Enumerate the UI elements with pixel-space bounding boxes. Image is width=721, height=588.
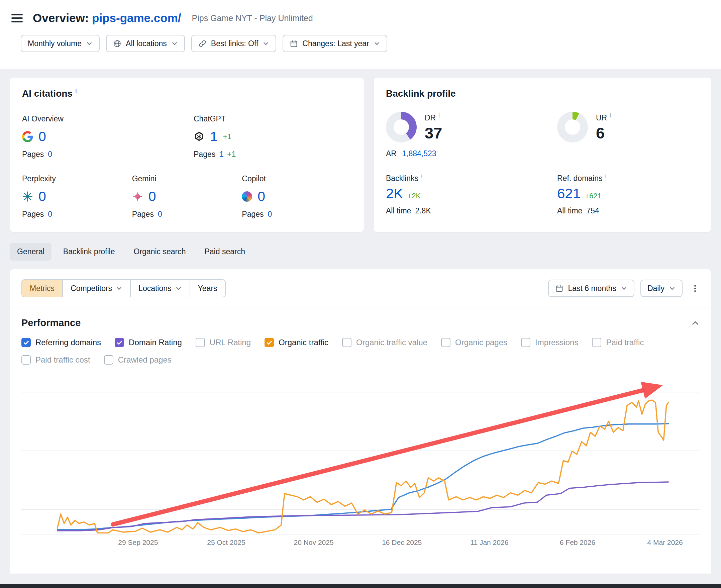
- tab-backlink-profile[interactable]: Backlink profile: [56, 243, 122, 260]
- segment-metrics[interactable]: Metrics: [21, 279, 63, 297]
- bottom-edge: [0, 584, 721, 588]
- segment-label: Metrics: [30, 284, 55, 293]
- pages-value[interactable]: 1: [219, 150, 224, 159]
- info-icon: [610, 112, 611, 119]
- filter-changes-last-year[interactable]: Changes: Last year: [282, 35, 387, 52]
- granularity-button[interactable]: Daily: [640, 280, 682, 297]
- checkbox-label: Crawled pages: [118, 355, 172, 364]
- general-panel: MetricsCompetitorsLocationsYears Last 6 …: [10, 269, 711, 574]
- checkbox-unchecked-icon: [196, 338, 205, 347]
- granularity-label: Daily: [648, 284, 664, 293]
- checkbox-label: Organic traffic: [279, 338, 328, 347]
- chevron-down-icon: [621, 285, 628, 292]
- date-range-label: Last 6 months: [568, 284, 616, 293]
- page-subtitle: Pips Game NYT - Play Unlimited: [192, 13, 313, 23]
- menu-icon[interactable]: [12, 14, 23, 22]
- checkbox-unchecked-icon: [441, 338, 450, 347]
- filter-monthly-volume[interactable]: Monthly volume: [21, 35, 100, 52]
- checkbox-organic-traffic[interactable]: Organic traffic: [264, 338, 328, 347]
- tab-general[interactable]: General: [10, 243, 51, 260]
- ai-citations-value[interactable]: 1: [210, 129, 218, 145]
- checkbox-label: URL Rating: [210, 338, 251, 347]
- segment-years[interactable]: Years: [190, 279, 226, 297]
- filter-label: Best links: Off: [211, 39, 258, 48]
- ai-source-name: Perplexity: [22, 174, 132, 183]
- ahrefs-rank-link[interactable]: 1,884,523: [402, 149, 436, 158]
- filter-all-locations[interactable]: All locations: [106, 35, 185, 52]
- kebab-menu-icon[interactable]: [691, 284, 700, 293]
- checkbox-url-rating[interactable]: URL Rating: [196, 338, 251, 347]
- checkbox-organic-pages[interactable]: Organic pages: [441, 338, 507, 347]
- filter-label: Changes: Last year: [302, 39, 369, 48]
- segment-competitors[interactable]: Competitors: [62, 279, 131, 297]
- ref-domains-metric: Ref. domains 621 +621 All time754: [557, 173, 699, 215]
- checkbox-checked-icon: [115, 338, 124, 347]
- filter-best-links-off[interactable]: Best links: Off: [191, 35, 276, 52]
- pages-label: Pages: [242, 210, 263, 218]
- ref-domains-value[interactable]: 621: [557, 186, 580, 202]
- calendar-icon: [290, 40, 298, 48]
- backlinks-delta: +2K: [407, 192, 421, 201]
- metrics-segmented-control: MetricsCompetitorsLocationsYears: [21, 279, 226, 297]
- x-axis-label: 25 Oct 2025: [207, 539, 245, 547]
- pages-value[interactable]: 0: [48, 210, 52, 218]
- divider: [10, 307, 711, 307]
- checkbox-domain-rating[interactable]: Domain Rating: [115, 338, 182, 347]
- x-axis-label: 11 Jan 2026: [470, 539, 508, 547]
- dr-value: 37: [425, 124, 442, 142]
- copilot-icon: [242, 191, 252, 202]
- domain-link[interactable]: pips-game.com/: [92, 12, 181, 24]
- domain-rating-block: DR 37 AR 1,884,523: [386, 112, 557, 158]
- date-range-button[interactable]: Last 6 months: [548, 280, 634, 297]
- chart-x-axis-labels: 29 Sep 202525 Oct 202520 Nov 202516 Dec …: [21, 534, 700, 551]
- ai-citations-value[interactable]: 0: [39, 129, 46, 145]
- checkbox-impressions[interactable]: Impressions: [521, 338, 578, 347]
- checkbox-checked-icon: [264, 338, 274, 347]
- chevron-down-icon: [374, 40, 380, 47]
- pages-label: Pages: [22, 150, 44, 159]
- x-axis-label: 4 Mar 2026: [647, 539, 682, 547]
- checkbox-label: Organic pages: [455, 338, 507, 347]
- ai-citations-row-1: AI Overview0Pages0ChatGPT1+1Pages1+1: [22, 114, 352, 159]
- backlinks-value[interactable]: 2K: [386, 186, 403, 202]
- pages-value[interactable]: 0: [158, 210, 162, 218]
- backlinks-label: Backlinks: [386, 173, 557, 183]
- ai-pages: Pages0: [22, 150, 194, 159]
- ai-citations-value[interactable]: 0: [148, 189, 156, 204]
- tab-paid-search[interactable]: Paid search: [197, 243, 252, 260]
- ai-pages: Pages0: [242, 210, 352, 219]
- segment-locations[interactable]: Locations: [130, 279, 190, 297]
- backlink-profile-title: Backlink profile: [386, 88, 699, 99]
- seo-overview-page: Overview: pips-game.com/ Pips Game NYT -…: [0, 0, 721, 588]
- metrics-toolbar: MetricsCompetitorsLocationsYears Last 6 …: [21, 279, 700, 297]
- section-tabs: GeneralBacklink profileOrganic searchPai…: [10, 243, 711, 260]
- pages-value[interactable]: 0: [48, 150, 52, 159]
- ai-source-name: Copilot: [242, 174, 352, 183]
- ai-source-name: Gemini: [132, 174, 242, 183]
- pages-label: Pages: [132, 210, 154, 218]
- chevron-up-icon[interactable]: [691, 319, 700, 328]
- ref-domains-delta: +621: [585, 192, 601, 201]
- checkbox-paid-traffic-cost[interactable]: Paid traffic cost: [21, 355, 90, 364]
- calendar-icon: [555, 284, 564, 293]
- ai-citations-value[interactable]: 0: [39, 189, 46, 204]
- checkbox-checked-icon: [21, 338, 31, 347]
- info-icon: [75, 88, 77, 95]
- checkbox-paid-traffic[interactable]: Paid traffic: [592, 338, 644, 347]
- checkbox-crawled-pages[interactable]: Crawled pages: [104, 355, 172, 364]
- ai-citations-value[interactable]: 0: [257, 189, 265, 204]
- pages-label: Pages: [194, 150, 215, 159]
- ar-label: AR: [386, 149, 397, 158]
- checkbox-organic-traffic-value[interactable]: Organic traffic value: [342, 338, 427, 347]
- checkbox-label: Paid traffic: [606, 338, 644, 347]
- pages-label: Pages: [22, 210, 44, 218]
- tab-organic-search[interactable]: Organic search: [127, 243, 193, 260]
- pages-value[interactable]: 0: [268, 210, 272, 218]
- backlinks-alltime: All time2.8K: [386, 206, 557, 215]
- checkbox-unchecked-icon: [104, 355, 113, 364]
- chatgpt-icon: [194, 131, 205, 142]
- checkbox-referring-domains[interactable]: Referring domains: [21, 338, 101, 347]
- summary-cards: AI citations AI Overview0Pages0ChatGPT1+…: [10, 78, 711, 232]
- globe-icon: [113, 40, 121, 48]
- ai-source-name: AI Overview: [22, 114, 194, 123]
